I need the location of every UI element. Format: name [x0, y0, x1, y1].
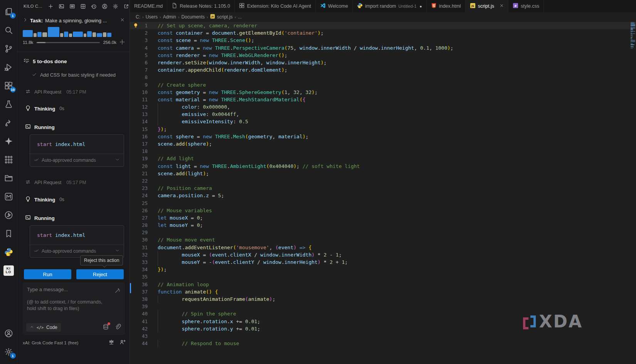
code-line[interactable]: 26// Mouse variables — [130, 207, 636, 214]
activity-bookmarks-icon[interactable] — [0, 224, 17, 243]
activity-accounts-icon[interactable] — [0, 324, 17, 342]
code-line[interactable]: 14 emissiveIntensity: 0.5 — [130, 118, 636, 125]
code-line[interactable]: 44 // Respond to mouse — [130, 340, 636, 347]
code-line[interactable]: 16const sphere = new THREE.Mesh(geometry… — [130, 133, 636, 140]
close-tab-icon[interactable] — [500, 3, 504, 9]
activity-kilo-code-icon[interactable]: KILO — [0, 261, 17, 280]
activity-app-grid-icon[interactable] — [0, 150, 17, 169]
code-line[interactable]: 22 — [130, 177, 636, 185]
chevron-right-icon[interactable] — [23, 17, 28, 23]
run-button[interactable]: Run — [24, 269, 71, 279]
activity-share-icon[interactable] — [0, 113, 17, 132]
code-line[interactable]: 27let mouseX = 0; — [130, 214, 636, 221]
code-line[interactable]: 43 — [130, 332, 636, 340]
gear-icon[interactable] — [113, 3, 118, 9]
code-line[interactable]: 23// Position camera — [130, 185, 636, 192]
code-line[interactable]: 4const camera = new THREE.PerspectiveCam… — [130, 44, 636, 52]
tab-release-notes-1-105-0[interactable]: Release Notes: 1.105.0 — [167, 0, 235, 12]
breadcrumb[interactable]: C:›Users›Admin›Documents›JSscript.js›... — [130, 12, 636, 22]
code-line[interactable]: 21scene.add(light); — [130, 170, 636, 177]
activity-search-icon[interactable] — [0, 21, 17, 39]
code-line[interactable]: 8 — [130, 74, 636, 81]
activity-source-control-icon[interactable] — [0, 39, 17, 58]
code-line[interactable]: 35 — [130, 273, 636, 280]
external-icon[interactable] — [123, 3, 129, 9]
tab-script-js[interactable]: JSscript.js — [466, 0, 508, 12]
activity-ai-assistant-icon[interactable] — [0, 132, 17, 150]
reject-button[interactable]: Reject — [76, 269, 124, 279]
code-line[interactable]: 18 — [130, 148, 636, 155]
activity-flower-extension-icon[interactable] — [0, 206, 17, 224]
code-line[interactable]: 19// Add light — [130, 155, 636, 162]
activity-m-extension-icon[interactable] — [0, 187, 17, 206]
scale-icon[interactable] — [108, 339, 114, 347]
api-request-entry[interactable]: API Request 05:17 PM — [25, 89, 130, 96]
profile-switch-icon[interactable] — [119, 339, 126, 347]
activity-settings-icon[interactable]: 1 — [0, 342, 17, 361]
code-line[interactable]: 24camera.position.z = 5; — [130, 192, 636, 199]
mode-selector[interactable]: </> Code — [26, 323, 61, 332]
model-name[interactable]: xAI: Grok Code Fast 1 (free) — [23, 341, 78, 345]
code-line[interactable]: 32 mouseX = (event.clientX / window.inne… — [130, 251, 636, 258]
code-line[interactable]: 7container.appendChild(renderer.domEleme… — [130, 66, 636, 74]
composer-placeholder[interactable]: Type a message... — [27, 287, 120, 292]
tab-readme-md[interactable]: README.md — [130, 0, 167, 12]
code-line[interactable]: 10const geometry = new THREE.SphereGeome… — [130, 89, 636, 96]
history-icon[interactable] — [91, 3, 97, 9]
code-line[interactable]: 9// Create sphere — [130, 81, 636, 89]
activity-testing-icon[interactable] — [0, 95, 17, 113]
code-line[interactable]: 11const material = new THREE.MeshStandar… — [130, 96, 636, 103]
code-line[interactable]: 36// Animation loop — [130, 281, 636, 288]
activity-python-icon[interactable] — [0, 243, 17, 261]
database-icon[interactable] — [103, 324, 109, 332]
tab-style-css[interactable]: #style.css — [508, 0, 544, 12]
chevron-down-icon[interactable] — [115, 157, 120, 163]
thinking-entry[interactable]: Thinking 0s — [25, 196, 130, 203]
tab-extension-kilo-code-ai-agent[interactable]: Extension: Kilo Code AI Agent — [235, 0, 316, 12]
running-entry[interactable]: Running — [25, 124, 130, 131]
code-line[interactable]: 12 color: 0x000000, — [130, 103, 636, 111]
rows-icon[interactable] — [69, 3, 75, 9]
breadcrumb-item[interactable]: Admin — [163, 14, 176, 20]
breadcrumb-item[interactable]: Users — [146, 14, 158, 20]
breadcrumb-item[interactable]: C: — [136, 14, 140, 20]
breadcrumb-item[interactable]: Documents — [181, 14, 205, 20]
auto-approved-row[interactable]: Auto-approved commands — [30, 154, 124, 166]
crosshair-icon[interactable] — [119, 39, 125, 45]
tab-welcome[interactable]: Welcome — [316, 0, 353, 12]
code-line[interactable]: 29 — [130, 229, 636, 236]
thinking-entry[interactable]: Thinking 0s — [25, 105, 130, 112]
running-entry[interactable]: Running — [25, 215, 130, 221]
code-line[interactable]: 33 mouseY = -(event.clientY / window.inn… — [130, 258, 636, 266]
code-line[interactable]: 3const scene = new THREE.Scene(); — [130, 37, 636, 44]
account-icon[interactable] — [102, 3, 108, 9]
code-line[interactable]: 20const light = new THREE.AmbientLight(0… — [130, 163, 636, 170]
close-icon[interactable] — [120, 17, 125, 23]
tab-import-random[interactable]: import randomUntitled-1● — [353, 0, 427, 12]
code-line[interactable]: 25 — [130, 200, 636, 207]
code-line[interactable]: 38 requestAnimationFrame(animate); — [130, 295, 636, 303]
wand-icon[interactable] — [114, 288, 120, 295]
slider-thumb[interactable] — [37, 42, 45, 43]
activity-project-manager-icon[interactable] — [0, 169, 17, 187]
code-line[interactable]: 13 emissive: 0x0044ff, — [130, 111, 636, 118]
code-line[interactable]: 39 — [130, 303, 636, 310]
breadcrumb-item[interactable]: script.js — [217, 14, 233, 20]
code-line[interactable]: 30// Mouse move event — [130, 236, 636, 243]
image-icon[interactable] — [59, 3, 64, 9]
activity-run-and-debug-icon[interactable] — [0, 58, 17, 76]
plus-icon[interactable] — [48, 3, 54, 9]
code-line[interactable]: 17scene.add(sphere); — [130, 140, 636, 148]
code-line[interactable]: 15}); — [130, 126, 636, 133]
task-row[interactable]: Task: Make a spinning, glowing ... — [23, 17, 125, 23]
code-line[interactable]: 6renderer.setSize(window.innerWidth, win… — [130, 59, 636, 66]
grid-icon[interactable] — [80, 3, 86, 9]
activity-explorer-icon[interactable]: 1 — [0, 2, 17, 21]
code-line[interactable]: 2const container = document.getElementBy… — [130, 29, 636, 37]
code-line[interactable]: 1// Set up scene, camera, renderer — [130, 22, 636, 29]
breadcrumb-item[interactable]: ... — [238, 14, 242, 20]
minimap[interactable] — [631, 22, 636, 49]
context-slider[interactable] — [36, 42, 100, 43]
todos-summary[interactable]: 5 to-dos done — [24, 58, 125, 65]
chevron-down-icon[interactable] — [115, 248, 120, 254]
